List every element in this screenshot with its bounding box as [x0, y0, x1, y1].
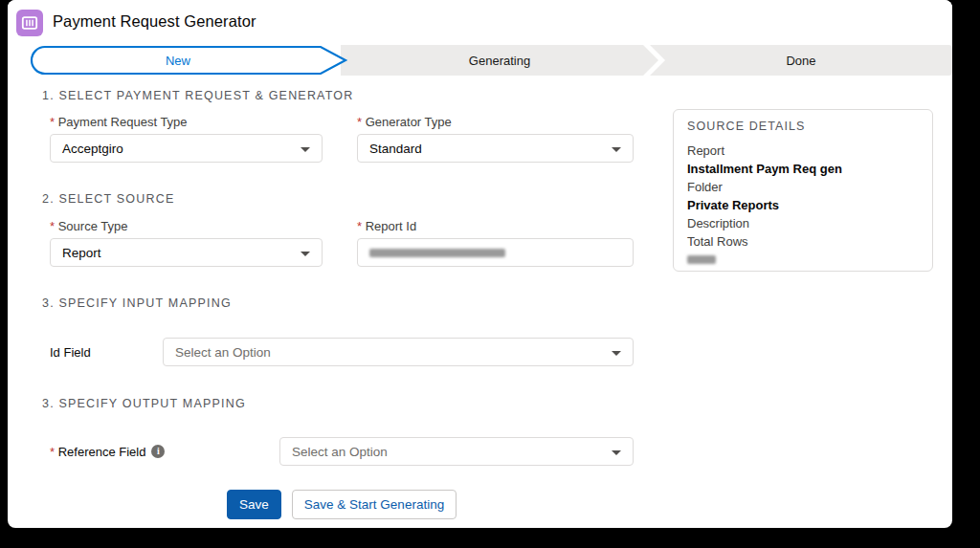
source-details-folder-label: Folder [687, 178, 919, 196]
form-content: 1. SELECT PAYMENT REQUEST & GENERATOR Pa… [8, 0, 952, 528]
section-1-title: 1. SELECT PAYMENT REQUEST & GENERATOR [42, 89, 354, 102]
save-and-start-generating-button[interactable]: Save & Start Generating [292, 490, 457, 519]
source-details-description-label: Description [687, 214, 919, 232]
report-id-input[interactable] [357, 238, 634, 267]
field-report-id: Report Id [357, 219, 634, 267]
info-icon[interactable] [151, 445, 165, 458]
chevron-down-icon [612, 351, 621, 356]
source-type-value: Report [62, 246, 101, 260]
generator-type-select[interactable]: Standard [357, 134, 634, 163]
chevron-down-icon [301, 147, 310, 152]
id-field-select[interactable]: Select an Option [163, 338, 634, 366]
payment-request-type-value: Acceptgiro [62, 142, 123, 156]
section-4-title: 3. SPECIFY OUTPUT MAPPING [42, 397, 246, 410]
reference-field-label: Reference Field [50, 437, 165, 466]
payment-request-generator-window: Payment Request Generator Generating Don… [8, 0, 952, 528]
id-field-placeholder: Select an Option [175, 345, 271, 360]
section-3-title: 3. SPECIFY INPUT MAPPING [42, 296, 232, 310]
chevron-down-icon [612, 450, 621, 455]
source-details-report-label: Report [687, 142, 919, 160]
field-payment-request-type: Payment Request Type Acceptgiro [50, 115, 323, 163]
reference-field-placeholder: Select an Option [292, 445, 388, 459]
id-field-label: Id Field [50, 338, 91, 366]
source-details-report-value: Installment Paym Req gen [687, 160, 919, 178]
field-generator-type: Generator Type Standard [357, 115, 634, 163]
report-id-label: Report Id [357, 219, 634, 233]
generator-type-value: Standard [369, 142, 422, 156]
generator-type-label: Generator Type [357, 115, 634, 129]
save-button[interactable]: Save [227, 490, 281, 519]
path-step-new[interactable]: New [29, 45, 349, 76]
section-2-title: 2. SELECT SOURCE [42, 192, 174, 206]
source-type-select[interactable]: Report [50, 238, 323, 267]
payment-request-type-label: Payment Request Type [50, 115, 323, 129]
chevron-down-icon [612, 147, 621, 152]
source-details-card: SOURCE DETAILS Report Installment Paym R… [673, 109, 933, 272]
field-source-type: Source Type Report [50, 219, 323, 267]
reference-field-select[interactable]: Select an Option [279, 437, 634, 466]
report-id-redacted-value [369, 249, 505, 257]
source-details-title: SOURCE DETAILS [687, 120, 919, 133]
source-type-label: Source Type [50, 219, 323, 233]
chevron-down-icon [301, 252, 310, 256]
source-details-folder-value: Private Reports [687, 196, 919, 214]
source-details-total-rows-label: Total Rows [687, 232, 919, 251]
path-step-label: New [29, 45, 327, 76]
payment-request-type-select[interactable]: Acceptgiro [50, 134, 323, 163]
total-rows-redacted-value [687, 255, 716, 264]
